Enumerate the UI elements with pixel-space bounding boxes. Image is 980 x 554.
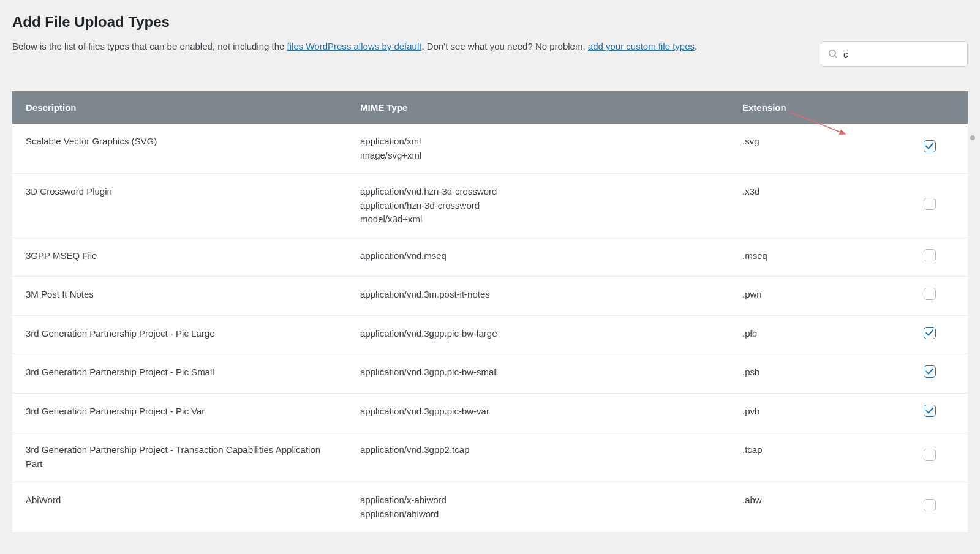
cell-description: 3rd Generation Partnership Project - Pic… [12,354,347,394]
mime-line: image/svg+xml [360,149,715,163]
enable-checkbox[interactable] [924,499,936,511]
col-extension: Extension [729,91,891,124]
enable-checkbox[interactable] [924,288,936,300]
cell-extension: .mseq [729,238,891,277]
cell-extension: .svg [729,124,891,174]
search-input[interactable] [839,49,961,59]
cell-checkbox [891,432,968,482]
mime-line: application/vnd.mseq [360,249,715,263]
enable-checkbox[interactable] [924,198,936,210]
table-row: 3GPP MSEQ Fileapplication/vnd.mseq.mseq [12,238,968,277]
cell-extension: .plb [729,315,891,354]
cell-extension: .x3d [729,174,891,238]
search-box[interactable] [821,41,968,67]
add-custom-types-link[interactable]: add your custom file types [588,41,695,51]
cell-description: Scalable Vector Graphics (SVG) [12,124,347,174]
enable-checkbox[interactable] [924,365,936,378]
mime-line: application/xml [360,135,715,149]
cell-extension: .pvb [729,393,891,432]
cell-description: 3D Crossword Plugin [12,174,347,238]
mime-line: application/x-abiword [360,493,715,507]
table-row: Scalable Vector Graphics (SVG)applicatio… [12,124,968,174]
scrollbar-thumb[interactable] [970,135,975,140]
mime-line: application/abiword [360,507,715,522]
page-title: Add File Upload Types [12,13,802,31]
search-icon [827,48,839,59]
cell-extension: .psb [729,354,891,394]
enable-checkbox[interactable] [924,327,936,339]
table-row: 3rd Generation Partnership Project - Tra… [12,432,968,482]
cell-checkbox [891,482,968,533]
mime-line: application/vnd.3gpp.pic-bw-large [360,327,715,341]
cell-checkbox [891,277,968,316]
cell-extension: .tcap [729,432,891,482]
cell-mime: application/xmlimage/svg+xml [347,124,729,174]
cell-description: 3rd Generation Partnership Project - Pic… [12,393,347,432]
table-row: 3rd Generation Partnership Project - Pic… [12,354,968,394]
file-types-table: Description MIME Type Extension Scalable… [12,91,968,533]
cell-extension: .pwn [729,277,891,316]
cell-mime: application/vnd.3gpp.pic-bw-large [347,315,729,354]
mime-line: model/x3d+xml [360,212,715,226]
mime-line: application/vnd.3gpp.pic-bw-var [360,405,715,419]
table-row: 3M Post It Notesapplication/vnd.3m.post-… [12,277,968,316]
cell-extension: .abw [729,482,891,533]
header-text: Add File Upload Types Below is the list … [12,13,821,54]
table-body: Scalable Vector Graphics (SVG)applicatio… [12,124,968,533]
header-row: Add File Upload Types Below is the list … [12,13,968,67]
cell-checkbox [891,174,968,238]
cell-description: 3rd Generation Partnership Project - Pic… [12,315,347,354]
enable-checkbox[interactable] [924,140,936,152]
mime-line: application/vnd.3m.post-it-notes [360,288,715,302]
cell-mime: application/vnd.hzn-3d-crosswordapplicat… [347,174,729,238]
cell-description: AbiWord [12,482,347,533]
intro-before: Below is the list of files types that ca… [12,41,287,51]
table-row: 3D Crossword Pluginapplication/vnd.hzn-3… [12,174,968,238]
table-row: 3rd Generation Partnership Project - Pic… [12,393,968,432]
cell-checkbox [891,393,968,432]
cell-checkbox [891,354,968,394]
cell-mime: application/vnd.3gpp.pic-bw-var [347,393,729,432]
svg-line-1 [835,56,837,58]
cell-mime: application/vnd.3m.post-it-notes [347,277,729,316]
table-header-row: Description MIME Type Extension [12,91,968,124]
cell-checkbox [891,238,968,277]
enable-checkbox[interactable] [924,449,936,461]
cell-mime: application/vnd.mseq [347,238,729,277]
page-wrap: Add File Upload Types Below is the list … [0,0,980,533]
cell-description: 3GPP MSEQ File [12,238,347,277]
cell-mime: application/vnd.3gpp.pic-bw-small [347,354,729,394]
mime-line: application/vnd.3gpp2.tcap [360,443,715,457]
intro-mid: . Don't see what you need? No problem, [421,41,587,51]
mime-line: application/vnd.hzn-3d-crossword [360,185,715,199]
enable-checkbox[interactable] [924,405,936,417]
table-container: Description MIME Type Extension Scalable… [12,91,968,533]
enable-checkbox[interactable] [924,249,936,261]
wp-default-files-link[interactable]: files WordPress allows by default [287,41,422,51]
cell-description: 3rd Generation Partnership Project - Tra… [12,432,347,482]
mime-line: application/hzn-3d-crossword [360,199,715,213]
mime-line: application/vnd.3gpp.pic-bw-small [360,365,715,380]
cell-description: 3M Post It Notes [12,277,347,316]
cell-checkbox [891,315,968,354]
intro-after: . [695,41,697,51]
table-row: 3rd Generation Partnership Project - Pic… [12,315,968,354]
col-description: Description [12,91,347,124]
table-row: AbiWordapplication/x-abiwordapplication/… [12,482,968,533]
cell-checkbox [891,124,968,174]
col-checkbox [891,91,968,124]
intro-text: Below is the list of files types that ca… [12,39,717,54]
col-mime: MIME Type [347,91,729,124]
cell-mime: application/vnd.3gpp2.tcap [347,432,729,482]
cell-mime: application/x-abiwordapplication/abiword [347,482,729,533]
